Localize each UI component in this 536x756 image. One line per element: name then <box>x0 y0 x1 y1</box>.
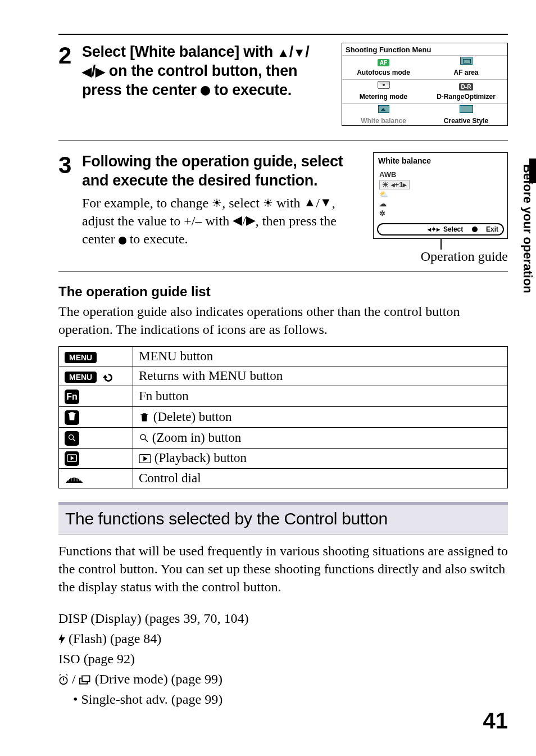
side-tab-label: Before your operation <box>518 164 535 327</box>
metering-icon <box>378 81 390 89</box>
table-row: Fn Fn button <box>59 386 508 407</box>
sfm-label: Autofocus mode <box>357 69 410 76</box>
right-triangle-icon: ▶ <box>246 213 256 227</box>
magnifier-icon <box>139 433 149 443</box>
ex-c: with <box>273 196 304 210</box>
list-item: ISO (page 92) <box>58 649 508 669</box>
table-row: (Zoom in) button <box>59 427 508 448</box>
sfm-label: D-RangeOptimizer <box>437 93 496 101</box>
table-row: Control dial <box>59 469 508 488</box>
ex-b: , select <box>222 196 263 210</box>
wb-list: AWB ☀ ◂+1▸ ⛅ ☁ ✲ <box>374 170 507 218</box>
ex-f: to execute. <box>126 232 188 246</box>
wb-item: ✲ <box>379 209 507 218</box>
wb-select-label: Select <box>443 225 463 233</box>
wb-item-selected: ☀ ◂+1▸ <box>379 180 410 189</box>
up-triangle-icon: ▲ <box>277 47 289 59</box>
step-2-text-c: to execute. <box>214 82 292 98</box>
left-triangle-icon: ◀ <box>82 66 92 78</box>
playback-square-icon <box>65 451 79 466</box>
desc-cell: (Playback) button <box>133 448 508 469</box>
step-3-number: 3 <box>58 153 73 177</box>
icon-cell: MENU <box>59 366 133 386</box>
svg-marker-7 <box>143 456 147 461</box>
desc-cell: Control dial <box>133 469 508 488</box>
down-triangle-icon: ▼ <box>320 195 332 209</box>
svg-line-3 <box>145 439 148 442</box>
sfm-cell-dro: D-R D-RangeOptimizer <box>425 79 507 103</box>
shooting-function-menu-screenshot: Shooting Function Menu AF Autofocus mode… <box>342 43 508 126</box>
daylight-icon: ☀ <box>263 197 273 209</box>
table-row: MENU Returns with MENU button <box>59 366 508 386</box>
down-triangle-icon: ▼ <box>293 47 305 59</box>
flash-icon <box>58 633 65 645</box>
list-item: (Flash) (page 84) <box>58 628 508 649</box>
svg-rect-17 <box>82 676 90 682</box>
list-subitem: Single-shot adv. (page 99) <box>58 689 508 709</box>
divider-top <box>58 34 508 35</box>
list-item: DISP (Display) (pages 39, 70, 104) <box>58 608 508 628</box>
desc-cell: (Delete) button <box>133 407 508 428</box>
desc-cell: Returns with MENU button <box>133 366 508 386</box>
step-2-text-a: Select [White balance] with <box>82 43 277 60</box>
desc-text: (Zoom in) button <box>149 431 241 445</box>
sfm-cell-creative: Creative Style <box>425 103 507 128</box>
step-2-number: 2 <box>58 44 73 67</box>
up-triangle-icon: ▲ <box>304 195 316 209</box>
wb-exit-label: Exit <box>486 225 498 233</box>
zoom-square-icon <box>65 431 79 446</box>
page-number: 41 <box>483 708 508 734</box>
left-triangle-icon: ◀ <box>233 213 242 227</box>
sfm-label: Creative Style <box>444 117 488 125</box>
icon-cell: Fn <box>59 386 133 407</box>
table-row: (Playback) button <box>59 448 508 469</box>
operation-guide-label: Operation guide <box>373 249 508 264</box>
icon-cell <box>59 407 133 428</box>
section-body: Functions that will be used frequently i… <box>58 542 508 596</box>
sfm-cell-autofocus: AF Autofocus mode <box>342 55 425 79</box>
wb-title: White balance <box>374 153 507 170</box>
step-2-instruction: Select [White balance] with ▲/▼/ ◀/▶ on … <box>82 43 330 99</box>
icon-cell: MENU <box>59 347 133 366</box>
svg-point-2 <box>140 434 146 440</box>
function-list: DISP (Display) (pages 39, 70, 104) (Flas… <box>58 608 508 709</box>
icon-cell <box>59 448 133 469</box>
desc-cell: MENU button <box>133 347 508 366</box>
svg-marker-13 <box>58 633 65 645</box>
list-item-text: (Drive mode) (page 99) <box>95 672 222 686</box>
sfm-title: Shooting Function Menu <box>342 43 507 55</box>
playback-icon <box>139 454 151 464</box>
guide-list-intro: The operation guide also indicates opera… <box>58 303 508 338</box>
trash-icon <box>139 411 150 423</box>
desc-cell: Fn button <box>133 386 508 407</box>
control-dial-icon <box>65 475 84 484</box>
sfm-label: Metering mode <box>360 93 407 101</box>
sfm-label: AF area <box>453 69 478 76</box>
svg-marker-5 <box>71 456 74 460</box>
icon-cell <box>59 469 133 488</box>
trash-square-icon <box>65 410 79 425</box>
desc-cell: (Zoom in) button <box>133 427 508 448</box>
creative-style-icon <box>460 105 473 113</box>
menu-pill-icon: MENU <box>65 352 97 363</box>
white-balance-screenshot: White balance AWB ☀ ◂+1▸ ⛅ ☁ ✲ ◂✦▸Select… <box>373 152 508 239</box>
divider-mid2 <box>58 271 508 271</box>
center-dot-icon <box>472 227 478 232</box>
section-heading-bar: The functions selected by the Control bu… <box>58 502 508 535</box>
self-timer-icon <box>58 674 69 685</box>
desc-text: (Playback) button <box>151 451 247 465</box>
step-3-heading: Following the operation guide, select an… <box>82 152 362 191</box>
wb-item: ⛅ <box>379 189 507 199</box>
sfm-label: White balance <box>361 117 406 125</box>
sfm-cell-whitebalance: White balance <box>342 103 425 128</box>
table-row: (Delete) button <box>59 407 508 428</box>
svg-line-1 <box>73 439 75 441</box>
dr-badge-icon: D-R <box>459 83 474 90</box>
continuous-icon <box>79 675 92 685</box>
wb-footer: ◂✦▸Select Exit <box>377 223 504 236</box>
table-row: MENU MENU button <box>59 347 508 366</box>
menu-pill-icon: MENU <box>65 372 97 383</box>
af-area-icon <box>460 57 473 65</box>
sfm-cell-afarea: AF area <box>425 55 507 79</box>
nav-arrows-icon: ◂✦▸ <box>428 225 440 233</box>
